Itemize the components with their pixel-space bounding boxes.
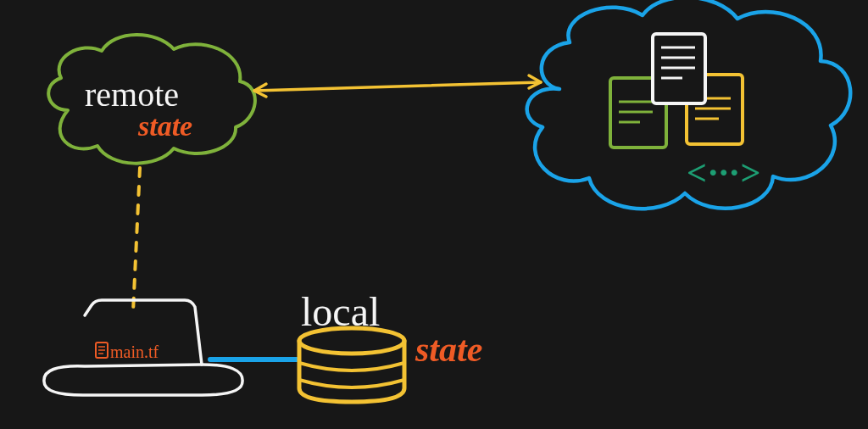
dashed-line [133,168,140,312]
local-state-db [299,328,404,402]
laptop-base [44,365,242,395]
resource-cloud: <···> [527,0,851,209]
db-ring1 [299,363,404,370]
doc-white [653,34,705,103]
remote-to-resource-arrow [254,75,541,97]
remote-to-laptop-link [133,168,140,312]
arrow-shaft [254,82,541,91]
file-icon [96,343,108,358]
documents [610,34,743,148]
remote-label-line1: remote [85,75,179,114]
file-label: main.tf [110,343,159,361]
laptop: main.tf [44,300,242,395]
db-ring2 [299,380,404,387]
local-label-line2: state [415,330,482,369]
local-label-line1: local [301,289,380,334]
remote-state-cloud: remote state [48,35,255,164]
code-glyph: <···> [687,153,762,192]
terraform-state-diagram: remote state main.tf local state [0,0,868,429]
remote-label-line2: state [137,110,192,142]
local-state-label: local state [301,289,482,369]
